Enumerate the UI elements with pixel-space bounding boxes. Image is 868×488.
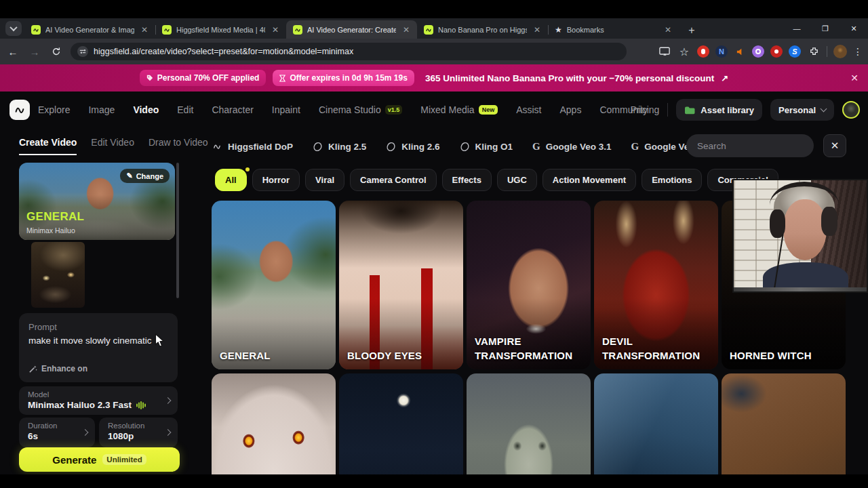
arrow-up-right-icon[interactable]: ↗ xyxy=(721,73,728,83)
tab-close-icon[interactable]: ✕ xyxy=(532,24,542,35)
close-window-button[interactable]: ✕ xyxy=(840,18,868,39)
filter-chip-ugc[interactable]: UGC xyxy=(497,169,537,191)
model-tab-higgsfield-dop[interactable]: Higgsfield DoP xyxy=(212,142,293,152)
duration-value: 6s xyxy=(28,431,38,441)
preset-card-devil-transformation[interactable]: DEVIL TRANSFORMATION xyxy=(594,201,718,369)
browser-tab[interactable]: Higgsfield Mixed Media | 40+ A ✕ xyxy=(155,20,286,39)
model-tab-kling-25[interactable]: Kling 2.5 xyxy=(313,142,366,152)
tab-edit-video[interactable]: Edit Video xyxy=(91,137,134,155)
sidebar-tabs: Create Video Edit Video Draw to Video xyxy=(19,137,208,155)
browser-menu-icon[interactable]: ⋮ xyxy=(853,46,863,57)
resolution-selector[interactable]: Resolution 1080p xyxy=(99,418,178,447)
prompt-text[interactable]: make it move slowly cinematic xyxy=(28,336,152,346)
preset-card-vampire-transformation[interactable]: VAMPIRE TRANSFORMATION xyxy=(467,201,591,369)
extension-icon[interactable] xyxy=(770,45,783,58)
model-tab-kling-26[interactable]: Kling 2.6 xyxy=(386,142,439,152)
magic-wand-icon xyxy=(28,365,37,373)
filter-chip-all[interactable]: All xyxy=(215,169,247,191)
site-info-icon[interactable] xyxy=(77,46,88,57)
prompt-panel[interactable]: Prompt make it move slowly cinematic Enh… xyxy=(19,313,178,382)
preset-card[interactable] xyxy=(212,373,336,488)
filter-chip-camera-control[interactable]: Camera Control xyxy=(350,169,437,191)
unlimited-badge: Unlimited xyxy=(102,454,146,465)
nav-item-character[interactable]: Character xyxy=(212,104,253,115)
nav-item-inpaint[interactable]: Inpaint xyxy=(272,104,300,115)
tab-search-button[interactable] xyxy=(5,21,22,36)
nav-item-pricing[interactable]: Pricing xyxy=(631,104,660,115)
extensions-puzzle-icon[interactable] xyxy=(807,45,821,58)
asset-library-button[interactable]: Asset library xyxy=(676,99,762,121)
preset-card[interactable] xyxy=(467,373,591,488)
browser-tab-active[interactable]: AI Video Generator: Create stun ✕ xyxy=(286,20,417,39)
headphones-earcup xyxy=(821,207,837,236)
tab-close-icon[interactable]: ✕ xyxy=(663,24,673,35)
url-bar[interactable]: higgsfield.ai/create/video?select=preset… xyxy=(71,43,627,60)
banner-close-icon[interactable]: ✕ xyxy=(850,73,859,83)
cast-icon[interactable] xyxy=(658,45,671,58)
nav-item-assist[interactable]: Assist xyxy=(516,104,541,115)
banner-message[interactable]: 365 Unlimited Nano Banana Pro with your … xyxy=(425,73,714,83)
offer-timer-badge: Offer expires in 0d 9h 15m 19s xyxy=(273,70,414,86)
filter-chip-effects[interactable]: Effects xyxy=(442,169,492,191)
google-icon: G xyxy=(532,141,540,152)
filter-chip-horror[interactable]: Horror xyxy=(252,169,300,191)
higgsfield-favicon-icon xyxy=(424,25,433,35)
extension-icon[interactable] xyxy=(697,45,709,58)
tab-close-icon[interactable]: ✕ xyxy=(139,24,150,35)
kling-icon xyxy=(460,142,470,152)
model-value: Minimax Hailuo 2.3 Fast xyxy=(28,400,132,410)
duration-selector[interactable]: Duration 6s xyxy=(19,418,95,447)
preset-card-general[interactable]: GENERAL xyxy=(212,201,336,369)
nav-item-edit[interactable]: Edit xyxy=(177,104,193,115)
bookmark-star-icon[interactable]: ☆ xyxy=(677,45,691,58)
model-tab-veo-31[interactable]: G Google Veo 3.1 xyxy=(532,141,611,152)
close-panel-button[interactable]: ✕ xyxy=(823,134,846,157)
preset-card[interactable] xyxy=(722,373,846,488)
new-tab-button[interactable]: + xyxy=(684,22,700,39)
tab-create-video[interactable]: Create Video xyxy=(19,137,77,155)
offer-timer-text: Offer expires in 0d 9h 15m 19s xyxy=(290,73,407,83)
tab-draw-to-video[interactable]: Draw to Video xyxy=(149,137,208,155)
preset-card[interactable] xyxy=(594,373,718,488)
preset-card[interactable] xyxy=(339,373,463,488)
nav-item-video[interactable]: Video xyxy=(133,104,159,115)
higgsfield-logo[interactable] xyxy=(9,100,30,120)
change-preset-button[interactable]: ✎ Change xyxy=(120,169,170,183)
filter-chip-action-movement[interactable]: Action Movement xyxy=(542,169,636,191)
browser-tab-bookmarks[interactable]: ★ Bookmarks ✕ xyxy=(548,20,679,39)
extension-icon[interactable] xyxy=(734,45,746,58)
filter-chip-viral[interactable]: Viral xyxy=(305,169,344,191)
extension-icon[interactable]: N xyxy=(715,45,728,58)
browser-tab[interactable]: Nano Banana Pro on Higgsfield ✕ xyxy=(417,20,548,39)
tab-close-icon[interactable]: ✕ xyxy=(401,24,412,35)
kling-icon xyxy=(313,142,323,152)
model-selector[interactable]: Model Minimax Hailuo 2.3 Fast xyxy=(19,386,178,415)
extension-icon[interactable]: S xyxy=(789,45,801,58)
back-button[interactable]: ← xyxy=(4,43,22,60)
account-selector[interactable]: Personal xyxy=(770,99,834,121)
reload-button[interactable] xyxy=(47,43,65,60)
minimize-button[interactable]: — xyxy=(783,18,811,39)
user-avatar[interactable] xyxy=(842,101,860,119)
sidebar-scrollbar[interactable] xyxy=(176,163,179,298)
search-input[interactable] xyxy=(686,134,814,157)
nav-item-cinema-studio[interactable]: Cinema Studiov1.5 xyxy=(319,104,402,115)
generate-button[interactable]: Generate Unlimited xyxy=(19,447,180,472)
selected-preset-preview[interactable]: ✎ Change GENERAL Minimax Hailuo xyxy=(19,163,175,240)
nav-item-mixed-media[interactable]: Mixed MediaNew xyxy=(420,104,498,115)
forward-button[interactable]: → xyxy=(26,43,43,60)
filter-chip-emotions[interactable]: Emotions xyxy=(642,169,702,191)
nav-item-image[interactable]: Image xyxy=(88,104,115,115)
restore-button[interactable]: ❐ xyxy=(811,18,840,39)
input-image-thumbnail[interactable] xyxy=(31,242,85,308)
tab-title: AI Video Generator & Image Ge xyxy=(45,26,134,34)
tab-close-icon[interactable]: ✕ xyxy=(270,24,281,35)
extension-icon[interactable] xyxy=(752,45,764,58)
preset-card-bloody-eyes[interactable]: BLOODY EYES xyxy=(339,201,463,369)
browser-profile-avatar[interactable] xyxy=(833,45,847,58)
nav-item-apps[interactable]: Apps xyxy=(560,104,582,115)
nav-item-explore[interactable]: Explore xyxy=(38,104,70,115)
browser-tab[interactable]: AI Video Generator & Image Ge ✕ xyxy=(24,20,155,39)
model-tab-kling-o1[interactable]: Kling O1 xyxy=(460,142,513,152)
enhance-toggle[interactable]: Enhance on xyxy=(28,364,87,373)
